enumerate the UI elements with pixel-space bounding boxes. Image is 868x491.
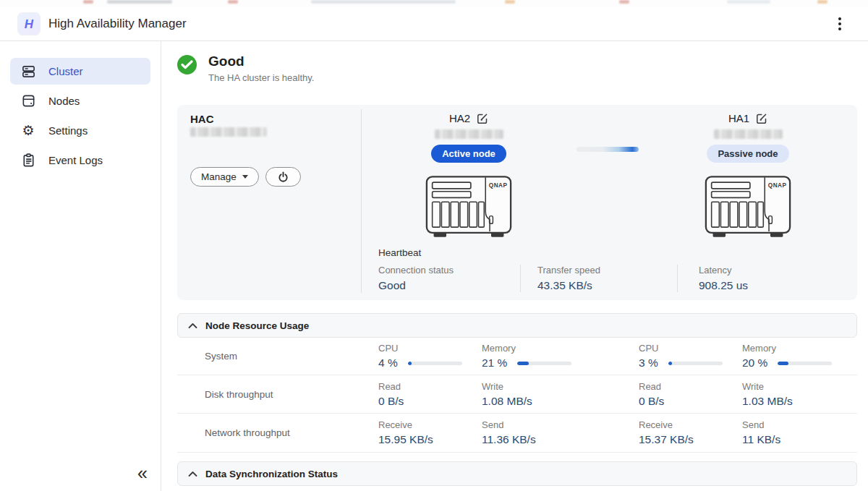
redacted-node-ip xyxy=(435,129,503,139)
nas-device-illustration: QNAP xyxy=(676,175,820,243)
nas-device-illustration: QNAP xyxy=(396,175,541,243)
cluster-icon xyxy=(20,64,36,80)
cpu-usage-bar xyxy=(408,362,462,365)
heartbeat-metric: Latency 908.25 us xyxy=(678,265,748,292)
section-title: Node Resource Usage xyxy=(205,320,309,331)
redacted-cluster-ip xyxy=(190,127,267,137)
sidebar-item-label: Event Logs xyxy=(48,154,103,166)
node-ha2: HA2 Active node QNAP xyxy=(396,112,541,243)
memory-usage-bar xyxy=(517,362,571,365)
status-title: Good xyxy=(208,54,314,69)
active-node-badge: Active node xyxy=(431,145,506,163)
table-row-network-throughput: Network throughput Receive 15.95 KB/s Se… xyxy=(177,414,857,453)
redacted-node-ip xyxy=(714,129,783,139)
app-header: H High Availability Manager xyxy=(0,7,868,41)
metric-label: Connection status xyxy=(378,265,520,276)
passive-node-badge: Passive node xyxy=(707,145,788,163)
sidebar-item-label: Cluster xyxy=(48,65,83,77)
memory-usage-bar xyxy=(778,362,832,365)
metric-cell: Memory 20 % xyxy=(742,343,857,370)
heartbeat-metric: Transfer speed 43.35 KB/s xyxy=(521,265,678,292)
gear-icon: ⚙ xyxy=(20,123,36,139)
nodes-panel: HA2 Active node QNAP xyxy=(362,105,857,300)
metric-value: 43.35 KB/s xyxy=(537,279,677,292)
data-sync-status-header[interactable]: Data Synchronization Status xyxy=(177,461,857,486)
section-title: Data Synchronization Status xyxy=(205,469,338,479)
svg-text:H: H xyxy=(25,17,34,31)
cpu-usage-bar xyxy=(668,362,723,365)
metric-cell: Read 0 B/s xyxy=(378,381,482,408)
row-label: System xyxy=(177,351,378,362)
metric-cell: Memory 21 % xyxy=(482,343,639,370)
table-row-system: System CPU 4 % Memory 21 % CPU 3 % Memor… xyxy=(177,338,857,375)
node-name: HA1 xyxy=(728,112,749,124)
cluster-health-status: Good The HA cluster is healthy. xyxy=(177,54,314,83)
kebab-menu-icon[interactable] xyxy=(830,13,849,35)
manage-button[interactable]: Manage xyxy=(190,167,259,187)
node-name: HA2 xyxy=(449,112,470,124)
metric-cell: Write 1.08 MB/s xyxy=(482,381,639,408)
metric-cell: Send 11.36 KB/s xyxy=(482,419,639,446)
check-circle-icon xyxy=(177,55,197,74)
sidebar-collapse-icon[interactable]: « xyxy=(133,463,152,484)
data-sync-status-body xyxy=(177,486,857,491)
data-sync-status-section: Data Synchronization Status xyxy=(177,461,857,491)
heartbeat-metric: Connection status Good xyxy=(378,265,521,292)
metric-cell: Receive 15.95 KB/s xyxy=(378,419,482,446)
node-resource-usage-header[interactable]: Node Resource Usage xyxy=(177,313,857,338)
sidebar-item-label: Settings xyxy=(48,124,88,137)
cluster-name: HAC xyxy=(190,113,214,125)
chevron-up-icon xyxy=(188,323,197,329)
node-resource-usage-section: Node Resource Usage System CPU 4 % Memor… xyxy=(177,313,857,453)
sidebar: Cluster Nodes ⚙ Settings xyxy=(0,41,161,491)
sidebar-item-nodes[interactable]: Nodes xyxy=(10,87,150,114)
sidebar-item-cluster[interactable]: Cluster xyxy=(10,58,150,85)
nodes-icon xyxy=(20,93,36,109)
svg-text:QNAP: QNAP xyxy=(768,182,787,189)
cluster-card: HAC Manage HA2 xyxy=(177,105,857,300)
caret-down-icon xyxy=(242,175,248,179)
heartbeat-title: Heartbeat xyxy=(378,247,852,258)
sidebar-item-event-logs[interactable]: Event Logs xyxy=(10,147,150,174)
metric-label: Latency xyxy=(699,265,748,276)
power-button[interactable] xyxy=(265,167,301,187)
manage-button-label: Manage xyxy=(201,171,237,182)
edit-node-name-icon[interactable] xyxy=(477,113,488,124)
metric-value: 908.25 us xyxy=(699,279,748,292)
sidebar-item-settings[interactable]: ⚙ Settings xyxy=(10,117,150,144)
metric-cell: Write 1.03 MB/s xyxy=(742,381,857,408)
metric-cell: Read 0 B/s xyxy=(639,381,742,408)
metric-cell: CPU 3 % xyxy=(639,343,742,370)
svg-text:QNAP: QNAP xyxy=(489,182,508,189)
chevron-up-icon xyxy=(188,471,197,477)
metric-label: Transfer speed xyxy=(537,265,677,276)
metric-cell: Receive 15.37 KB/s xyxy=(639,419,742,446)
metric-cell: Send 11 KB/s xyxy=(742,419,857,446)
sidebar-item-label: Nodes xyxy=(48,95,80,107)
status-description: The HA cluster is healthy. xyxy=(208,72,314,83)
heartbeat-block: Heartbeat Connection status Good Transfe… xyxy=(378,247,852,292)
data-transfer-direction-indicator xyxy=(576,147,639,152)
metric-cell: CPU 4 % xyxy=(378,343,482,370)
row-label: Network throughput xyxy=(177,427,378,438)
power-icon xyxy=(277,171,289,183)
row-label: Disk throughput xyxy=(177,389,378,400)
app-logo-icon: H xyxy=(17,12,41,35)
node-ha1: HA1 Passive node QNAP xyxy=(676,112,820,243)
app-title: High Availability Manager xyxy=(48,17,187,31)
clipboard-icon xyxy=(20,153,36,168)
edit-node-name-icon[interactable] xyxy=(756,113,767,124)
cluster-info-panel: HAC Manage xyxy=(177,105,362,300)
metric-value: Good xyxy=(378,279,520,292)
top-edge-sliver xyxy=(0,0,868,7)
table-row-disk-throughput: Disk throughput Read 0 B/s Write 1.08 MB… xyxy=(177,375,857,414)
